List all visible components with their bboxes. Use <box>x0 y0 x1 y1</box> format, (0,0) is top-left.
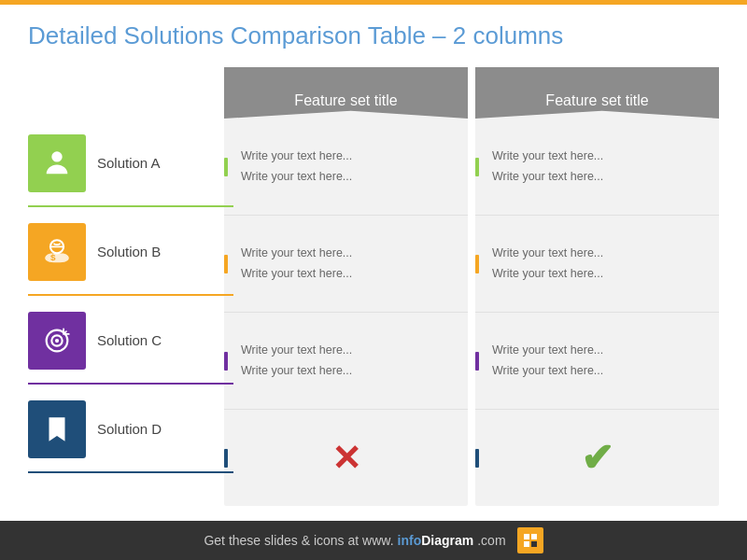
target-icon <box>41 325 73 357</box>
cell-1-2-text: Write your text here...Write your text h… <box>241 244 451 284</box>
solution-d-icon-box <box>28 400 86 458</box>
footer: Get these slides & icons at www. infoDia… <box>0 521 747 560</box>
feature-col-1-cell-2: Write your text here...Write your text h… <box>224 216 468 313</box>
feature-col-2: Feature set title Write your text here..… <box>475 67 719 506</box>
footer-text: Get these slides & icons at www. <box>204 533 393 548</box>
feature-col-1-header: Feature set title <box>224 67 468 119</box>
solution-a-label: Solution A <box>97 155 161 171</box>
feature-col-1-cell-4: ✕ <box>224 410 468 506</box>
feature-col-2-title: Feature set title <box>545 92 648 109</box>
cell-accent-orange-2 <box>475 255 479 273</box>
feature-col-1-title: Feature set title <box>294 92 397 109</box>
feature-col-2-cell-2: Write your text here...Write your text h… <box>475 216 719 313</box>
svg-rect-7 <box>531 534 537 539</box>
cell-2-3-text: Write your text here...Write your text h… <box>492 341 702 381</box>
page-title: Detailed Solutions Comparison Table – 2 … <box>28 21 719 50</box>
cell-1-1-text: Write your text here...Write your text h… <box>241 147 451 187</box>
svg-rect-8 <box>524 541 529 547</box>
solution-b-label: Solution B <box>97 244 161 259</box>
feature-col-1-cell-3: Write your text here...Write your text h… <box>224 313 468 410</box>
solution-c-label: Solution C <box>97 332 162 348</box>
svg-text:$: $ <box>50 252 56 262</box>
cell-accent-navy-1 <box>224 449 228 468</box>
feature-col-1-cell-1: Write your text here...Write your text h… <box>224 119 468 216</box>
feature-columns: Feature set title Write your text here..… <box>224 67 719 506</box>
cross-symbol: ✕ <box>331 441 361 476</box>
feature-col-1: Feature set title Write your text here..… <box>224 67 468 506</box>
solution-d-label: Solution D <box>97 421 162 437</box>
feature-col-2-cell-1: Write your text here...Write your text h… <box>475 119 719 216</box>
coins-icon: $ <box>41 236 73 268</box>
cell-accent-orange-1 <box>224 255 228 273</box>
solution-a-icon-box <box>28 134 86 192</box>
footer-brand-diagram: Diagram <box>421 533 473 548</box>
feature-col-1-cells: Write your text here...Write your text h… <box>224 119 468 506</box>
cell-2-2-text: Write your text here...Write your text h… <box>492 244 702 284</box>
cell-accent-purple-1 <box>224 352 228 371</box>
person-icon <box>41 147 73 179</box>
solution-row-b: $ Solution B <box>28 207 224 296</box>
comparison-table: Solution A $ Solution B <box>28 67 719 506</box>
cell-accent-navy-2 <box>475 449 479 468</box>
bookmark-icon <box>41 413 73 445</box>
footer-brand: infoDiagram <box>398 533 474 548</box>
solution-c-icon-box <box>28 312 86 370</box>
cell-1-3-text: Write your text here...Write your text h… <box>241 341 451 381</box>
feature-col-2-cells: Write your text here...Write your text h… <box>475 119 719 506</box>
solution-row-c: Solution C <box>28 296 224 385</box>
feature-col-2-cell-3: Write your text here...Write your text h… <box>475 313 719 410</box>
main-content: Detailed Solutions Comparison Table – 2 … <box>0 5 747 521</box>
logo-svg <box>523 533 538 548</box>
footer-dot-com: .com <box>477 533 505 548</box>
svg-rect-9 <box>531 541 537 547</box>
svg-point-0 <box>51 151 62 161</box>
cell-accent-green-1 <box>224 158 228 176</box>
solution-row-a: Solution A <box>28 119 224 207</box>
solution-d-line <box>28 471 233 473</box>
footer-brand-info: info <box>398 533 422 548</box>
cell-accent-green-2 <box>475 158 479 176</box>
solution-row-d: Solution D <box>28 385 224 473</box>
svg-rect-6 <box>524 534 529 539</box>
cell-accent-purple-2 <box>475 352 479 371</box>
cell-2-1-text: Write your text here...Write your text h… <box>492 147 702 187</box>
feature-col-2-cell-4: ✔ <box>475 410 719 506</box>
check-symbol: ✔ <box>581 439 613 478</box>
svg-point-5 <box>55 338 59 342</box>
footer-logo-icon <box>517 527 543 553</box>
feature-col-2-header: Feature set title <box>475 67 719 119</box>
solutions-column: Solution A $ Solution B <box>28 67 224 506</box>
solution-b-icon-box: $ <box>28 223 86 281</box>
